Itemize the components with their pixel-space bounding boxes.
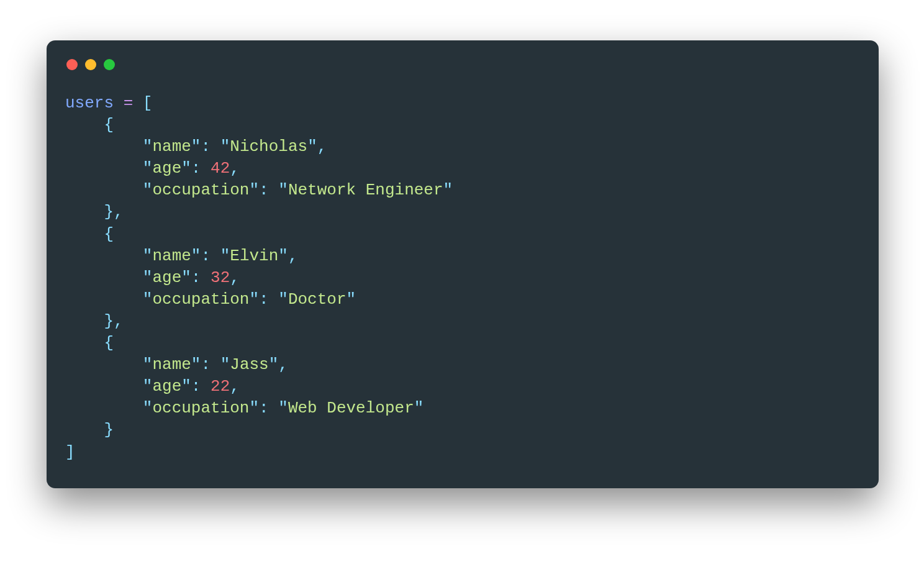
key-age: age bbox=[152, 159, 181, 178]
key-age: age bbox=[152, 268, 181, 287]
user-0-occupation: Network Engineer bbox=[288, 181, 443, 199]
key-name: name bbox=[152, 355, 191, 374]
code-window: users = [ { "name": "Nicholas", "age": 4… bbox=[47, 40, 879, 488]
equals-sign: = bbox=[124, 94, 134, 112]
window-minimize-icon[interactable] bbox=[85, 59, 96, 70]
key-occupation: occupation bbox=[152, 399, 249, 417]
user-1-age: 32 bbox=[211, 268, 230, 287]
key-age: age bbox=[152, 377, 181, 396]
window-close-icon[interactable] bbox=[66, 59, 78, 70]
user-2-occupation: Web Developer bbox=[288, 399, 414, 417]
key-name: name bbox=[152, 137, 191, 156]
user-2-name: Jass bbox=[230, 355, 268, 374]
user-1-occupation: Doctor bbox=[288, 290, 346, 309]
key-name: name bbox=[152, 247, 191, 265]
user-2-age: 22 bbox=[211, 377, 230, 396]
window-traffic-lights bbox=[66, 59, 860, 70]
user-1-name: Elvin bbox=[230, 247, 278, 265]
window-zoom-icon[interactable] bbox=[104, 59, 115, 70]
key-occupation: occupation bbox=[152, 181, 249, 199]
code-variable: users bbox=[65, 94, 114, 112]
key-occupation: occupation bbox=[152, 290, 249, 309]
code-block: users = [ { "name": "Nicholas", "age": 4… bbox=[65, 93, 860, 463]
user-0-name: Nicholas bbox=[230, 137, 307, 156]
user-0-age: 42 bbox=[211, 159, 230, 178]
